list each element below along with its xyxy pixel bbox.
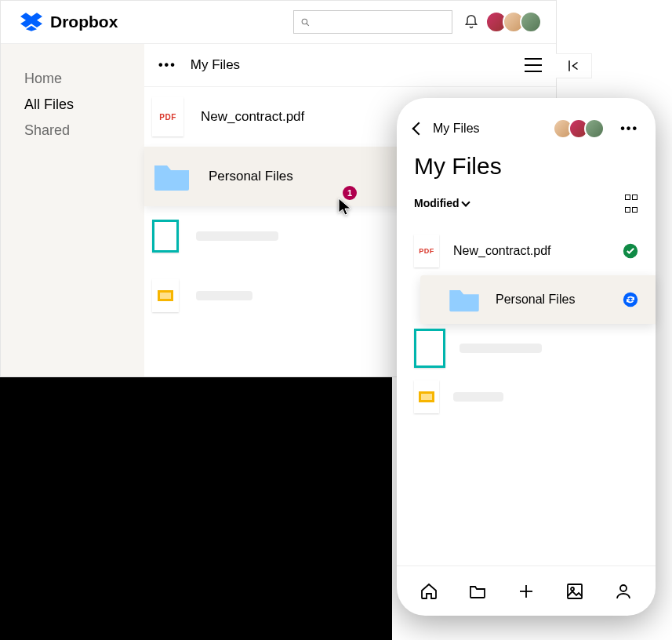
folder-icon bbox=[447, 286, 481, 313]
file-row[interactable] bbox=[397, 373, 656, 421]
avatar bbox=[584, 118, 605, 139]
home-tab-icon[interactable] bbox=[420, 582, 438, 601]
more-menu-icon[interactable]: ••• bbox=[620, 122, 638, 136]
file-row[interactable] bbox=[397, 324, 656, 373]
mobile-window: My Files ••• My Files Modified PDF New_c… bbox=[397, 98, 656, 616]
collaborator-avatars[interactable] bbox=[490, 11, 542, 33]
more-menu-icon[interactable]: ••• bbox=[158, 58, 176, 72]
svg-point-4 bbox=[623, 293, 637, 307]
chevron-down-icon bbox=[461, 198, 470, 206]
brand-name: Dropbox bbox=[50, 13, 118, 31]
search-input[interactable] bbox=[293, 10, 452, 34]
folder-icon bbox=[152, 161, 191, 192]
dropbox-logo-icon bbox=[20, 13, 42, 31]
mobile-tabbar bbox=[397, 565, 656, 616]
svg-point-9 bbox=[620, 585, 627, 591]
sidebar-item-all-files[interactable]: All Files bbox=[24, 92, 144, 118]
collaborator-avatars[interactable] bbox=[558, 118, 605, 139]
slides-file-icon bbox=[414, 380, 439, 413]
sidebar-item-home[interactable]: Home bbox=[24, 66, 144, 92]
svg-rect-7 bbox=[568, 584, 582, 598]
main-header: ••• My Files bbox=[144, 44, 556, 87]
file-name-placeholder bbox=[196, 231, 278, 241]
back-icon[interactable] bbox=[412, 122, 426, 136]
avatar bbox=[520, 11, 542, 33]
folder-row[interactable]: Personal Files bbox=[420, 275, 656, 324]
notifications-icon[interactable] bbox=[463, 14, 479, 30]
page-title: My Files bbox=[397, 139, 656, 191]
breadcrumb[interactable]: My Files bbox=[433, 122, 480, 136]
pdf-file-icon: PDF bbox=[152, 97, 183, 136]
folder-name: Personal Files bbox=[209, 169, 293, 184]
mobile-header: My Files ••• bbox=[397, 118, 656, 139]
topbar: Dropbox bbox=[1, 1, 556, 44]
brand[interactable]: Dropbox bbox=[20, 13, 118, 31]
file-name: New_contract.pdf bbox=[201, 109, 304, 125]
svg-point-0 bbox=[302, 19, 307, 24]
folder-name: Personal Files bbox=[496, 293, 575, 307]
files-tab-icon[interactable] bbox=[468, 582, 487, 601]
syncing-status-icon bbox=[623, 292, 638, 307]
image-file-icon bbox=[152, 220, 179, 253]
file-name-placeholder bbox=[196, 291, 252, 300]
photos-tab-icon[interactable] bbox=[565, 582, 584, 601]
sort-bar: Modified bbox=[397, 191, 656, 224]
sort-button[interactable]: Modified bbox=[414, 197, 469, 209]
breadcrumb[interactable]: My Files bbox=[191, 57, 240, 73]
drag-count-badge: 1 bbox=[343, 186, 357, 200]
account-tab-icon[interactable] bbox=[614, 582, 633, 601]
grid-view-icon[interactable] bbox=[624, 191, 638, 216]
svg-point-8 bbox=[571, 587, 574, 591]
sidebar-item-shared[interactable]: Shared bbox=[24, 118, 144, 144]
hamburger-icon[interactable] bbox=[525, 58, 542, 72]
pdf-file-icon: PDF bbox=[414, 235, 439, 267]
file-row[interactable]: PDF New_contract.pdf bbox=[397, 227, 656, 275]
file-name-placeholder bbox=[460, 344, 542, 353]
add-tab-icon[interactable] bbox=[517, 582, 536, 601]
file-name-placeholder bbox=[453, 392, 503, 402]
collapse-panel-button[interactable] bbox=[556, 53, 592, 78]
sidebar: Home All Files Shared bbox=[1, 44, 144, 376]
mobile-file-list: PDF New_contract.pdf Personal Files bbox=[397, 224, 656, 565]
search-icon bbox=[300, 17, 311, 27]
slides-file-icon bbox=[152, 279, 179, 312]
synced-status-icon bbox=[623, 243, 638, 259]
image-file-icon bbox=[414, 329, 445, 368]
collapse-icon bbox=[567, 59, 581, 73]
file-name: New_contract.pdf bbox=[453, 244, 551, 258]
svg-line-1 bbox=[307, 23, 309, 25]
